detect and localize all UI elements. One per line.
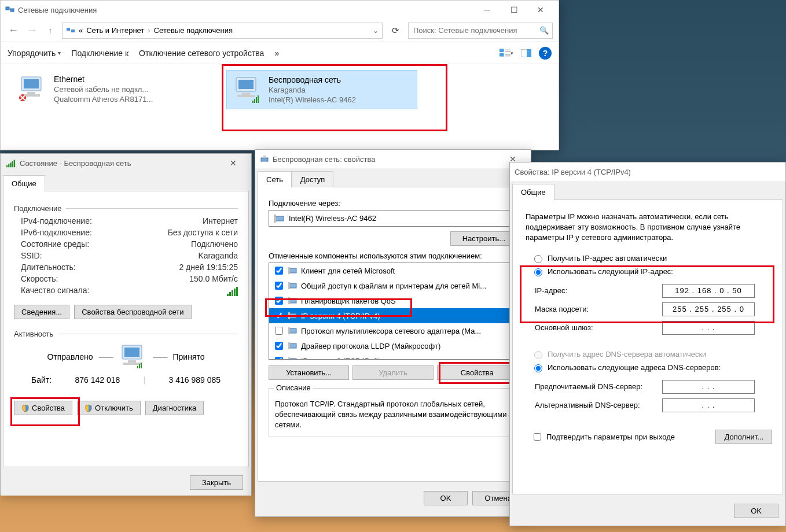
radio-manual-dns[interactable]: Использовать следующие адреса DNS-сервер… — [531, 361, 772, 374]
svg-rect-29 — [124, 348, 139, 357]
tab-general[interactable]: Общие — [3, 175, 45, 191]
radio-auto-ip[interactable]: Получить IP-адрес автоматически — [531, 252, 772, 265]
component-row[interactable]: Протокол мультиплексора сетевого адаптер… — [269, 323, 517, 338]
tab-network[interactable]: Сеть — [258, 171, 292, 187]
component-row[interactable]: Общий доступ к файлам и принтерам для се… — [269, 278, 517, 293]
disable-button[interactable]: Отключить — [77, 401, 141, 415]
network-icon — [66, 26, 75, 35]
caret-down-icon: ▾ — [58, 50, 61, 56]
signal-icon — [6, 159, 15, 167]
group-connection: Подключение — [14, 204, 238, 213]
tab-row: Сеть Доступ — [255, 168, 531, 187]
tab-row: Общие — [510, 181, 785, 200]
view-options-button[interactable]: ▾ — [499, 46, 513, 60]
media-label: Состояние среды: — [21, 239, 89, 249]
svg-rect-42 — [288, 282, 290, 289]
install-button[interactable]: Установить... — [269, 365, 349, 380]
sent-label: Отправлено — [47, 352, 93, 361]
toolbar: Упорядочить▾ Подключение к Отключение се… — [1, 42, 559, 64]
disable-device-button[interactable]: Отключение сетевого устройства — [139, 49, 264, 58]
svg-rect-5 — [499, 49, 504, 52]
svg-rect-15 — [27, 92, 35, 94]
svg-rect-41 — [289, 283, 296, 288]
highlight-annotation — [10, 397, 80, 426]
diagnose-button[interactable]: Диагностика — [145, 401, 204, 415]
forward-button[interactable]: → — [25, 24, 39, 38]
window-title: Сетевые подключения — [18, 6, 97, 14]
svg-rect-36 — [263, 156, 266, 158]
tab-general[interactable]: Общие — [512, 184, 554, 200]
help-button[interactable]: ? — [539, 47, 552, 60]
breadcrumb-part1[interactable]: Сеть и Интернет — [86, 26, 144, 35]
dns2-input[interactable]: . . . — [662, 398, 755, 412]
component-row[interactable]: Клиент для сетей Microsoft — [269, 263, 517, 278]
chevron-right-icon: › — [148, 26, 150, 35]
svg-rect-3 — [67, 28, 70, 31]
preview-pane-button[interactable] — [519, 46, 533, 60]
search-box[interactable]: 🔍 — [408, 23, 553, 39]
minimize-button[interactable]: ─ — [474, 1, 501, 19]
radio-auto-dns[interactable]: Получить адрес DNS-сервера автоматически — [531, 348, 772, 361]
refresh-button[interactable]: ⟳ — [387, 23, 403, 39]
radio-input[interactable] — [534, 364, 542, 372]
wireless-status-window: Состояние - Беспроводная сеть ✕ Общие По… — [0, 153, 252, 494]
ok-button[interactable]: OK — [734, 504, 778, 518]
connection-item-ethernet[interactable]: Ethernet Сетевой кабель не подкл... Qual… — [12, 70, 203, 109]
ipv6-value: Без доступа к сети — [168, 228, 238, 237]
ok-button[interactable]: OK — [424, 491, 468, 505]
svg-rect-49 — [289, 343, 296, 348]
connect-to-button[interactable]: Подключение к — [71, 49, 128, 58]
search-icon[interactable]: 🔍 — [539, 26, 549, 35]
svg-rect-48 — [288, 327, 290, 334]
up-button[interactable]: ↑ — [43, 24, 57, 38]
configure-button[interactable]: Настроить... — [450, 231, 517, 246]
back-button[interactable]: ← — [6, 24, 20, 38]
component-checkbox[interactable] — [275, 342, 283, 350]
tab-access[interactable]: Доступ — [292, 171, 333, 187]
duration-value: 2 дней 19:15:25 — [179, 263, 238, 272]
svg-rect-14 — [24, 79, 39, 88]
components-label: Отмеченные компоненты используются этим … — [269, 252, 517, 260]
protocol-icon — [288, 281, 297, 290]
component-checkbox[interactable] — [275, 282, 283, 290]
component-row[interactable]: IP версии 6 (TCP/IPv6) — [269, 353, 517, 360]
search-input[interactable] — [412, 25, 539, 35]
close-dialog-button[interactable]: Закрыть — [190, 475, 243, 490]
dns1-label: Предпочитаемый DNS-сервер: — [535, 382, 662, 391]
radio-input[interactable] — [534, 255, 542, 263]
titlebar[interactable]: Состояние - Беспроводная сеть ✕ — [1, 154, 251, 172]
component-row[interactable]: Драйвер протокола LLDP (Майкрософт) — [269, 338, 517, 353]
dns1-input[interactable]: . . . — [662, 380, 755, 394]
breadcrumb-part2[interactable]: Сетевые подключения — [154, 26, 233, 35]
component-checkbox[interactable] — [275, 327, 283, 335]
organize-menu[interactable]: Упорядочить▾ — [8, 49, 61, 58]
confirm-checkbox[interactable] — [534, 433, 541, 441]
address-bar[interactable]: « Сеть и Интернет › Сетевые подключения … — [62, 23, 383, 39]
shield-icon — [85, 404, 93, 412]
svg-rect-31 — [123, 363, 141, 365]
component-checkbox[interactable] — [275, 357, 283, 360]
titlebar[interactable]: Свойства: IP версии 4 (TCP/IPv4) — [510, 162, 785, 181]
details-button[interactable]: Сведения... — [14, 305, 69, 319]
advanced-button[interactable]: Дополнит... — [715, 430, 772, 444]
wireless-icon — [232, 75, 263, 104]
connect-via-label: Подключение через: — [269, 199, 517, 208]
quality-label: Качество сигнала: — [21, 286, 89, 298]
wireless-properties-button[interactable]: Свойства беспроводной сети — [74, 305, 191, 319]
component-label: Клиент для сетей Microsoft — [301, 267, 395, 275]
dropdown-icon[interactable]: ⌄ — [373, 27, 379, 35]
connection-status: Сетевой кабель не подкл... — [54, 85, 153, 94]
breadcrumb[interactable]: « Сеть и Интернет › Сетевые подключения — [79, 26, 233, 35]
component-checkbox[interactable] — [275, 267, 283, 275]
highlight-annotation — [439, 362, 521, 384]
component-label: Протокол мультиплексора сетевого адаптер… — [301, 327, 481, 335]
uninstall-button[interactable]: Удалить — [352, 365, 433, 380]
info-text: Параметры IP можно назначать автоматичес… — [526, 212, 770, 243]
titlebar[interactable]: Сетевые подключения ─ ☐ ✕ — [1, 1, 559, 19]
more-button[interactable]: » — [274, 49, 279, 58]
network-connections-window: Сетевые подключения ─ ☐ ✕ ← → ↑ « Сеть и… — [0, 0, 559, 150]
maximize-button[interactable]: ☐ — [501, 1, 527, 19]
close-button[interactable]: ✕ — [220, 154, 247, 172]
close-button[interactable]: ✕ — [527, 1, 554, 19]
titlebar[interactable]: Беспроводная сеть: свойства ✕ — [255, 150, 531, 168]
